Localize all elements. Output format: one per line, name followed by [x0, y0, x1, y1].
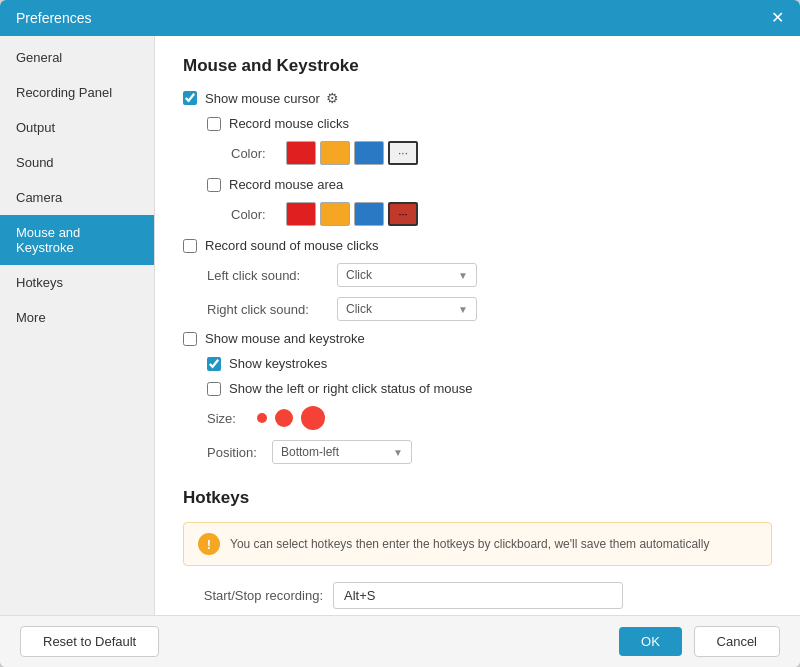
show-keystrokes-label[interactable]: Show keystrokes: [207, 356, 327, 371]
sidebar-item-more[interactable]: More: [0, 300, 154, 335]
color-swatch-blue-1[interactable]: [354, 141, 384, 165]
record-mouse-clicks-row: Record mouse clicks: [207, 116, 772, 131]
cancel-button[interactable]: Cancel: [694, 626, 780, 657]
mouse-clicks-color-row: Color: ···: [231, 141, 772, 165]
show-mouse-cursor-label[interactable]: Show mouse cursor: [183, 91, 320, 106]
show-click-status-label[interactable]: Show the left or right click status of m…: [207, 381, 473, 396]
record-sound-text: Record sound of mouse clicks: [205, 238, 378, 253]
mouse-area-color-row: Color: ···: [231, 202, 772, 226]
info-text: You can select hotkeys then enter the ho…: [230, 537, 709, 551]
sidebar-item-hotkeys[interactable]: Hotkeys: [0, 265, 154, 300]
right-click-sound-arrow: ▼: [458, 304, 468, 315]
sidebar-item-mouse-keystroke[interactable]: Mouse and Keystroke: [0, 215, 154, 265]
color-label-1: Color:: [231, 146, 276, 161]
sidebar-item-output[interactable]: Output: [0, 110, 154, 145]
show-click-status-checkbox[interactable]: [207, 382, 221, 396]
sidebar-item-recording-panel[interactable]: Recording Panel: [0, 75, 154, 110]
reset-button[interactable]: Reset to Default: [20, 626, 159, 657]
start-stop-row: Start/Stop recording:: [183, 582, 772, 609]
size-medium[interactable]: [275, 409, 293, 427]
sidebar: General Recording Panel Output Sound Cam…: [0, 36, 155, 615]
record-mouse-area-checkbox[interactable]: [207, 178, 221, 192]
hotkeys-section: Hotkeys ! You can select hotkeys then en…: [183, 488, 772, 609]
position-arrow: ▼: [393, 447, 403, 458]
position-dropdown[interactable]: Bottom-left ▼: [272, 440, 412, 464]
start-stop-input[interactable]: [333, 582, 623, 609]
right-click-sound-row: Right click sound: Click ▼: [207, 297, 772, 321]
show-mouse-cursor-checkbox[interactable]: [183, 91, 197, 105]
color-swatch-orange-2[interactable]: [320, 202, 350, 226]
left-click-sound-arrow: ▼: [458, 270, 468, 281]
color-swatch-more-2[interactable]: ···: [388, 202, 418, 226]
record-mouse-clicks-text: Record mouse clicks: [229, 116, 349, 131]
show-keystrokes-checkbox[interactable]: [207, 357, 221, 371]
show-mouse-keystroke-text: Show mouse and keystroke: [205, 331, 365, 346]
size-small[interactable]: [257, 413, 267, 423]
record-sound-label[interactable]: Record sound of mouse clicks: [183, 238, 378, 253]
mouse-keystroke-title: Mouse and Keystroke: [183, 56, 772, 76]
size-label: Size:: [207, 411, 257, 426]
ok-button[interactable]: OK: [619, 627, 682, 656]
show-keystrokes-row: Show keystrokes: [207, 356, 772, 371]
color-label-2: Color:: [231, 207, 276, 222]
left-click-sound-dropdown[interactable]: Click ▼: [337, 263, 477, 287]
record-sound-checkbox[interactable]: [183, 239, 197, 253]
info-icon: !: [198, 533, 220, 555]
right-click-sound-label: Right click sound:: [207, 302, 337, 317]
color-swatch-red-1[interactable]: [286, 141, 316, 165]
gear-icon[interactable]: ⚙: [326, 90, 339, 106]
left-click-sound-row: Left click sound: Click ▼: [207, 263, 772, 287]
position-row: Position: Bottom-left ▼: [207, 440, 772, 464]
footer-right-buttons: OK Cancel: [619, 626, 780, 657]
hotkeys-title: Hotkeys: [183, 488, 772, 508]
main-content: Mouse and Keystroke Show mouse cursor ⚙ …: [155, 36, 800, 615]
dialog-title: Preferences: [16, 10, 91, 26]
show-click-status-row: Show the left or right click status of m…: [207, 381, 772, 396]
sidebar-item-general[interactable]: General: [0, 40, 154, 75]
color-swatch-red-2[interactable]: [286, 202, 316, 226]
sidebar-item-camera[interactable]: Camera: [0, 180, 154, 215]
position-label: Position:: [207, 445, 272, 460]
color-swatch-orange-1[interactable]: [320, 141, 350, 165]
info-box: ! You can select hotkeys then enter the …: [183, 522, 772, 566]
color-swatch-blue-2[interactable]: [354, 202, 384, 226]
record-sound-row: Record sound of mouse clicks: [183, 238, 772, 253]
record-mouse-clicks-label[interactable]: Record mouse clicks: [207, 116, 349, 131]
show-mouse-keystroke-row: Show mouse and keystroke: [183, 331, 772, 346]
sidebar-item-sound[interactable]: Sound: [0, 145, 154, 180]
left-click-sound-value: Click: [346, 268, 372, 282]
show-mouse-cursor-row: Show mouse cursor ⚙: [183, 90, 772, 106]
color-swatch-more-1[interactable]: ···: [388, 141, 418, 165]
right-click-sound-dropdown[interactable]: Click ▼: [337, 297, 477, 321]
record-mouse-area-text: Record mouse area: [229, 177, 343, 192]
position-value: Bottom-left: [281, 445, 339, 459]
size-large[interactable]: [301, 406, 325, 430]
record-mouse-clicks-checkbox[interactable]: [207, 117, 221, 131]
show-mouse-keystroke-label[interactable]: Show mouse and keystroke: [183, 331, 365, 346]
dialog-body: General Recording Panel Output Sound Cam…: [0, 36, 800, 615]
close-button[interactable]: ✕: [771, 10, 784, 26]
start-stop-label: Start/Stop recording:: [183, 588, 323, 603]
title-bar: Preferences ✕: [0, 0, 800, 36]
record-mouse-area-label[interactable]: Record mouse area: [207, 177, 343, 192]
footer: Reset to Default OK Cancel: [0, 615, 800, 667]
show-mouse-keystroke-checkbox[interactable]: [183, 332, 197, 346]
preferences-dialog: Preferences ✕ General Recording Panel Ou…: [0, 0, 800, 667]
show-click-status-text: Show the left or right click status of m…: [229, 381, 473, 396]
left-click-sound-label: Left click sound:: [207, 268, 337, 283]
record-mouse-area-row: Record mouse area: [207, 177, 772, 192]
show-mouse-cursor-text: Show mouse cursor: [205, 91, 320, 106]
show-keystrokes-text: Show keystrokes: [229, 356, 327, 371]
size-row: Size:: [207, 406, 772, 430]
right-click-sound-value: Click: [346, 302, 372, 316]
